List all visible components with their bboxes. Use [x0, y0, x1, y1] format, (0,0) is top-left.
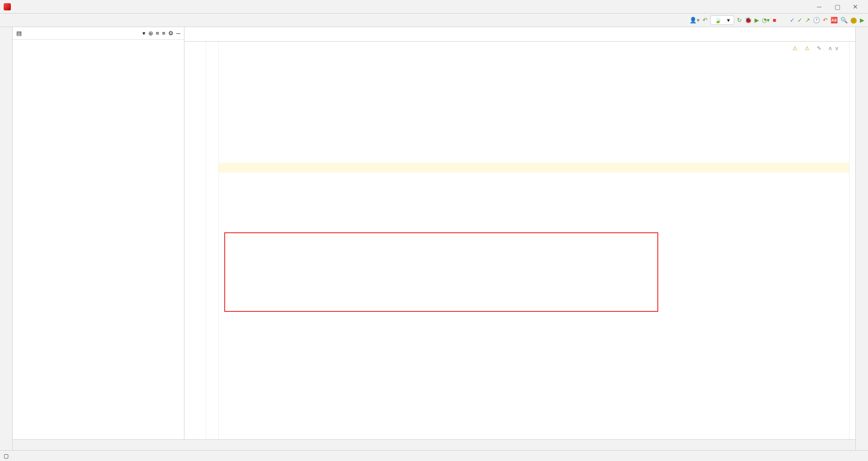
run-config-select[interactable]: 🍃 ▾ — [710, 15, 734, 25]
panel-header: ▤ ▾ ⊕ ≡ ≡ ⚙ ─ — [13, 27, 184, 40]
locate-icon[interactable]: ⊕ — [148, 30, 153, 37]
user-icon[interactable]: 👤▾ — [689, 17, 700, 24]
chevron-up-icon[interactable]: ʌ — [829, 43, 832, 53]
spring-leaf-icon: 🍃 — [714, 17, 722, 24]
git-commit-icon[interactable]: ✓ — [797, 17, 802, 24]
run-icon[interactable]: ↻ — [737, 17, 742, 24]
close-button[interactable]: ✕ — [846, 3, 864, 10]
stop-icon[interactable]: ■ — [773, 17, 776, 24]
chevron-down-icon[interactable]: ▾ — [142, 30, 146, 37]
app-icon — [4, 3, 11, 10]
status-icon: ▢ — [4, 453, 9, 459]
chevron-down-icon: ▾ — [727, 17, 730, 24]
error-stripe[interactable] — [849, 42, 855, 450]
git-update-icon[interactable]: ✓ — [790, 17, 795, 24]
expand-icon[interactable]: ≡ — [156, 30, 160, 37]
maximize-button[interactable]: ▢ — [828, 3, 846, 10]
code-editor[interactable]: ⚠ ⚠ ✎ ʌ v — [219, 42, 849, 450]
git-history-icon[interactable]: 🕐 — [813, 17, 820, 24]
marker-gutter — [206, 42, 219, 450]
nav-bar: 👤▾ ↶ 🍃 ▾ ↻ 🐞 ▶ ◔▾ ■ ✓ ✓ ↗ 🕐 ↶ 🆎 🔍 ⬤ ▶ — [0, 14, 868, 27]
project-tree[interactable] — [13, 40, 184, 450]
run-anything-icon[interactable]: ▶ — [860, 17, 864, 24]
editor-tabs — [184, 27, 855, 42]
translate-icon[interactable]: 🆎 — [830, 17, 838, 24]
warn-icon: ⚠ — [805, 43, 810, 53]
left-tool-stripe — [0, 27, 13, 450]
git-push-icon[interactable]: ↗ — [805, 17, 810, 24]
chevron-down-icon[interactable]: v — [835, 43, 838, 53]
debug-icon[interactable]: 🐞 — [745, 17, 752, 24]
gear-icon[interactable]: ⚙ — [168, 30, 174, 37]
toolbar-right: 👤▾ ↶ 🍃 ▾ ↻ 🐞 ▶ ◔▾ ■ ✓ ✓ ↗ 🕐 ↶ 🆎 🔍 ⬤ ▶ — [689, 15, 864, 25]
typo-icon: ✎ — [817, 43, 821, 53]
right-tool-stripe — [855, 27, 868, 450]
title-bar: ─ ▢ ✕ — [0, 0, 868, 14]
collapse-icon[interactable]: ≡ — [162, 30, 165, 37]
minimize-button[interactable]: ─ — [810, 3, 828, 10]
search-icon[interactable]: 🔍 — [840, 17, 848, 24]
highlight-box — [224, 232, 658, 312]
git-rollback-icon[interactable]: ↶ — [823, 17, 828, 24]
bottom-tool-tabs — [13, 439, 855, 450]
hide-icon[interactable]: ─ — [176, 30, 180, 37]
weak-warn-icon: ⚠ — [793, 43, 797, 53]
project-panel: ▤ ▾ ⊕ ≡ ≡ ⚙ ─ — [13, 27, 184, 450]
coverage-icon[interactable]: ▶ — [755, 17, 759, 24]
status-bar: ▢ — [0, 450, 868, 461]
project-icon: ▤ — [16, 30, 22, 37]
editor-area: ⚠ ⚠ ✎ ʌ v — [184, 27, 855, 450]
nav-back-icon[interactable]: ↶ — [703, 17, 708, 24]
inspection-summary[interactable]: ⚠ ⚠ ✎ ʌ v — [793, 43, 838, 53]
line-gutter — [184, 42, 206, 450]
bulb-icon[interactable]: ⬤ — [850, 17, 857, 24]
profile-icon[interactable]: ◔▾ — [762, 17, 770, 24]
